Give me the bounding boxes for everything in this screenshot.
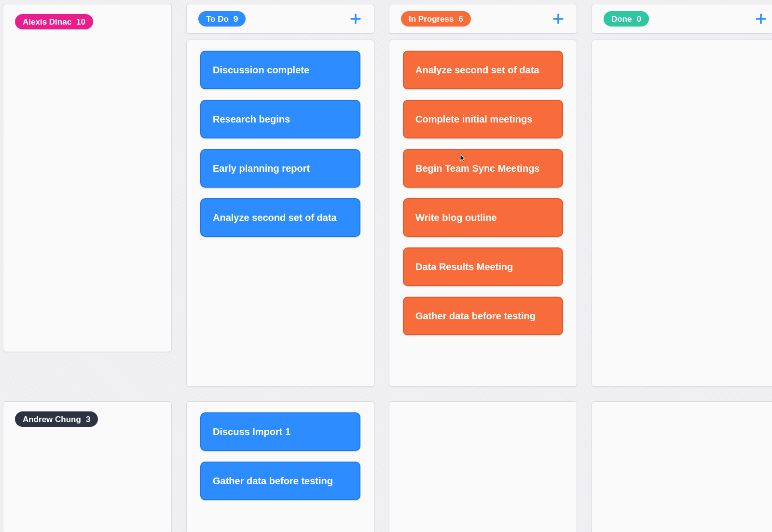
column-inprogress [389,401,577,532]
assignee-name-pill[interactable]: Alexis Dinac10 [15,14,93,29]
column-inprogress-pill[interactable]: In Progress6 [401,11,471,27]
task-card[interactable]: Research begins [200,100,360,138]
column-inprogress-count: 6 [459,15,463,23]
assignee-count: 3 [86,415,90,423]
column-done-count: 0 [637,15,641,23]
task-card[interactable]: Analyze second set of data [403,51,563,89]
column-header-done: Done0 [592,4,772,34]
column-todo: To Do9Discussion completeResearch begins… [186,4,374,387]
column-header-todo: To Do9 [186,4,374,34]
task-card-title: Begin Team Sync Meetings [415,163,539,174]
task-card-title: Gather data before testing [415,311,536,321]
column-header-inprogress: In Progress6 [389,4,577,34]
assignee-name-label: Andrew Chung [23,415,81,423]
task-card-title: Write blog outline [415,212,497,223]
task-card[interactable]: Write blog outline [403,198,563,237]
column-todo-label: To Do [206,15,229,23]
assignee-name-label: Alexis Dinac [23,18,71,26]
task-card-title: Discuss Import 1 [213,426,290,437]
task-card[interactable]: Data Results Meeting [403,247,563,286]
assignee-panel: Alexis Dinac10 [3,4,172,352]
task-card[interactable]: Complete initial meetings [403,100,563,138]
column-todo: Discuss Import 1Gather data before testi… [186,401,374,532]
add-task-done-button[interactable] [754,12,768,26]
task-card[interactable]: Gather data before testing [200,462,360,500]
add-task-inprogress-button[interactable] [551,12,565,26]
column-inprogress-label: In Progress [409,15,454,23]
task-card-title: Data Results Meeting [415,261,513,272]
column-todo-count: 9 [234,15,238,23]
column-done: Done0 [592,4,772,387]
column-body-done[interactable] [592,401,772,532]
assignee-count: 10 [76,18,85,26]
column-body-todo[interactable]: Discuss Import 1Gather data before testi… [186,401,374,532]
assignee-panel: Andrew Chung3 [3,401,172,532]
add-task-todo-button[interactable] [349,12,362,26]
column-done-pill[interactable]: Done0 [604,11,649,27]
assignee-name-pill[interactable]: Andrew Chung3 [15,411,98,427]
task-card[interactable]: Gather data before testing [403,297,563,335]
column-body-done[interactable] [592,40,772,387]
column-inprogress: In Progress6Analyze second set of dataCo… [389,4,577,387]
task-card-title: Early planning report [213,163,310,174]
task-card[interactable]: Begin Team Sync Meetings [403,149,563,188]
task-card-title: Discussion complete [213,65,309,75]
column-body-inprogress[interactable] [389,401,577,532]
task-card-title: Research begins [213,114,290,124]
task-card-title: Analyze second set of data [415,65,539,75]
column-todo-pill[interactable]: To Do9 [198,11,246,27]
task-card[interactable]: Discussion complete [200,51,360,89]
column-body-inprogress[interactable]: Analyze second set of dataComplete initi… [389,40,577,387]
task-card-title: Gather data before testing [213,476,333,486]
task-card-title: Analyze second set of data [213,212,337,223]
task-card[interactable]: Analyze second set of data [200,198,360,237]
column-done [592,401,772,532]
column-body-todo[interactable]: Discussion completeResearch beginsEarly … [186,40,374,387]
task-card[interactable]: Discuss Import 1 [200,412,360,451]
task-card[interactable]: Early planning report [200,149,360,188]
task-card-title: Complete initial meetings [415,114,532,124]
column-done-label: Done [611,15,632,23]
